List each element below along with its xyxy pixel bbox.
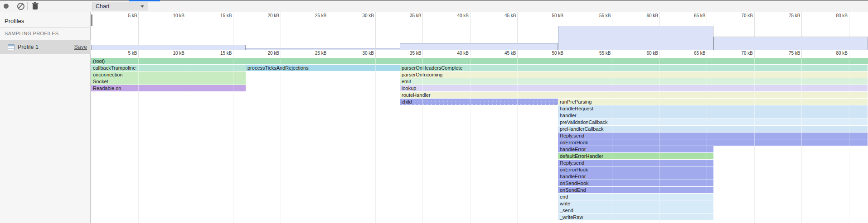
sidebar-title: Profiles [5, 18, 24, 24]
ruler-tick-label: 15 kB [205, 13, 232, 18]
ruler-tick-label: 5 kB [110, 51, 137, 56]
ruler-tick-label: 25 kB [300, 51, 327, 56]
toolbar-separator [27, 2, 28, 10]
view-mode-select[interactable]: Chart [92, 2, 148, 10]
view-mode-value: Chart [96, 3, 110, 9]
overview-segment [558, 26, 713, 50]
flame-frame-readable.on[interactable]: Readable.on [91, 85, 246, 91]
ruler-tick-label: 15 kB [205, 51, 232, 56]
sidebar-divider [0, 27, 91, 28]
ruler-tick-label: 70 kB [726, 51, 753, 56]
gridline-overlay [754, 58, 755, 223]
gridline-overlay [186, 58, 186, 223]
clear-button[interactable] [15, 0, 27, 12]
flame-frame--root-[interactable]: (root) [91, 58, 868, 64]
flame-frame-onerrorhook[interactable]: onErrorHook [558, 166, 713, 173]
ruler-tick-label: 65 kB [679, 13, 706, 18]
ruler-tick-label: 60 kB [631, 13, 658, 18]
ruler-tick-label: 80 kB [820, 13, 848, 18]
ruler-tick-label: 25 kB [300, 13, 327, 18]
overview-drag-handle[interactable] [91, 14, 92, 26]
flame-frame-socket[interactable]: Socket [91, 78, 246, 85]
ruler-tick-label: 65 kB [679, 51, 706, 56]
flame-frame-onsendhook[interactable]: onSendHook [558, 180, 713, 186]
trash-icon [33, 4, 38, 9]
gridline-overlay [849, 58, 849, 223]
ruler-tick-label: 55 kB [584, 51, 611, 56]
flame-frame-_send[interactable]: _send [558, 207, 713, 214]
flame-frame-onerrorhook[interactable]: onErrorHook [558, 139, 868, 146]
flame-frame-handleerror[interactable]: handleError [558, 146, 713, 152]
ruler-tick-label: 75 kB [773, 13, 800, 18]
flame-frame-reply.send[interactable]: Reply.send [558, 133, 868, 139]
memory-sampling-profiler-panel: { "toolbar": { "record_tooltip": "record… [0, 0, 868, 223]
gridline-overlay [517, 58, 518, 223]
delete-profile-button[interactable] [29, 0, 41, 12]
ruler-tick-label: 70 kB [726, 13, 753, 18]
overview-divider [91, 50, 868, 50]
ruler-tick-label: 75 kB [773, 51, 800, 56]
flame-frame-runpreparsing[interactable]: runPreParsing [558, 99, 868, 105]
gridline-overlay [659, 58, 660, 223]
gridline-overlay [281, 58, 281, 223]
flame-frame-callbacktrampoline[interactable]: callbackTrampoline [91, 65, 246, 71]
flame-frame-end[interactable]: end [558, 194, 713, 200]
record-icon [4, 4, 9, 9]
ruler-tick-label: 10 kB [157, 13, 184, 18]
flame-frame-handler[interactable]: handler [558, 112, 868, 119]
flame-frame-_writeraw[interactable]: _writeRaw [558, 214, 713, 220]
gridline-overlay [375, 58, 376, 223]
flame-frame-prehandlercallback[interactable]: preHandlerCallback [558, 126, 868, 132]
ruler-tick-label: 40 kB [441, 51, 469, 56]
ruler-tick-label: 10 kB [157, 51, 184, 56]
active-tab-indicator [129, 0, 160, 1]
sidebar-item-profile-1[interactable]: Profile 1 Save [0, 40, 91, 54]
ruler-tick-label: 45 kB [489, 13, 516, 18]
gridline-overlay [612, 58, 612, 223]
flame-frame-child[interactable]: child [400, 99, 558, 105]
gridline-overlay [707, 58, 707, 223]
ruler-tick-label: 50 kB [536, 13, 563, 18]
gridline-overlay [565, 58, 565, 223]
ruler-tick-label: 45 kB [489, 51, 516, 56]
flame-frame-onsendend[interactable]: onSendEnd [558, 187, 713, 193]
flame-frame-handlerequest[interactable]: handleRequest [558, 105, 868, 112]
profile-grid-icon [8, 44, 15, 50]
gridline-overlay [328, 58, 328, 223]
ruler-tick-label: 60 kB [631, 51, 658, 56]
flame-frame-reply.send[interactable]: Reply.send [558, 160, 713, 166]
ruler-tick-label: 20 kB [252, 13, 279, 18]
ruler-tick-label: 50 kB [536, 51, 563, 56]
sampling-profiles-section-label: SAMPLING PROFILES [5, 31, 58, 36]
ruler-tick-label: 5 kB [110, 13, 137, 18]
ruler-tick-label: 40 kB [441, 13, 469, 18]
save-profile-link[interactable]: Save [74, 44, 87, 50]
toolbar: Chart [0, 0, 868, 12]
gridline-overlay [233, 58, 233, 223]
overview-segment [400, 43, 558, 50]
ruler-tick-label: 35 kB [394, 51, 422, 56]
flame-frame-onconnection[interactable]: onconnection [91, 71, 246, 78]
profile-name: Profile 1 [18, 44, 39, 50]
ruler-tick-label: 35 kB [394, 13, 422, 18]
gridline-overlay [470, 58, 470, 223]
flame-frame-write_[interactable]: write_ [558, 200, 713, 207]
flame-frame-processticksandrejections[interactable]: processTicksAndRejections [246, 65, 400, 71]
flame-frame-handleerror[interactable]: handleError [558, 173, 713, 180]
profiles-sidebar: Profiles SAMPLING PROFILES Profile 1 Sav… [0, 12, 91, 223]
gridline-overlay [422, 58, 423, 223]
flame-frame-defaulterrorhandler[interactable]: defaultErrorHandler [558, 153, 713, 159]
ruler-tick-label: 30 kB [347, 13, 374, 18]
overview-segment [91, 45, 246, 50]
gridline-overlay [138, 58, 139, 223]
flame-frame-prevalidationcallback[interactable]: preValidationCallback [558, 119, 868, 125]
flame-chart-area[interactable]: 5 kB10 kB15 kB20 kB25 kB30 kB35 kB40 kB4… [91, 12, 868, 223]
ruler-tick-label: 55 kB [584, 13, 611, 18]
chevron-down-icon [141, 5, 144, 8]
overview-segment [713, 37, 868, 50]
ruler-tick-label: 80 kB [820, 51, 848, 56]
ruler-tick-label: 20 kB [252, 51, 279, 56]
record-button[interactable] [1, 0, 11, 12]
block-icon [17, 3, 24, 10]
ruler-tick-label: 30 kB [347, 51, 374, 56]
